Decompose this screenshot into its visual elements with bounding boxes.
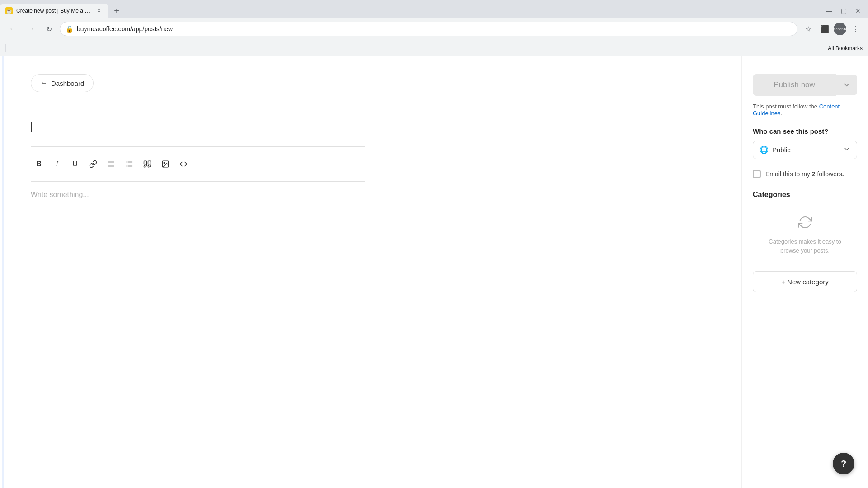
tab-close-button[interactable]: × [95, 7, 103, 15]
toolbar-divider-bottom [31, 181, 365, 182]
globe-icon: 🌐 [760, 145, 769, 154]
main-editor-area: ← Dashboard B I U [4, 56, 741, 488]
tab-bar: ☕ Create new post | Buy Me a Coff × + — … [0, 0, 868, 18]
address-bar[interactable]: 🔒 buymeacoffee.com/app/posts/new [60, 22, 797, 36]
bold-button[interactable]: B [31, 156, 47, 172]
back-button[interactable]: ← [5, 22, 20, 36]
post-title-input[interactable] [31, 119, 365, 137]
forward-button[interactable]: → [24, 22, 38, 36]
tab-favicon: ☕ [5, 7, 13, 14]
profile-avatar[interactable]: Incognito [834, 23, 846, 35]
visibility-option-label: Public [772, 146, 791, 154]
toolbar-divider-top [31, 146, 365, 147]
email-row: Email this to my 2 followers followers.. [753, 170, 857, 178]
followers-count: 2 [812, 170, 816, 178]
email-checkbox[interactable] [753, 170, 761, 178]
image-button[interactable] [157, 156, 174, 172]
tab-bar-controls: — ▢ ✕ [823, 5, 868, 17]
new-category-button[interactable]: + New category [753, 271, 857, 292]
new-tab-button[interactable]: + [110, 5, 123, 17]
categories-title: Categories [753, 191, 857, 199]
close-window-button[interactable]: ✕ [852, 5, 864, 17]
categories-loading-icon [798, 215, 812, 233]
minimize-button[interactable]: — [823, 5, 835, 17]
lock-icon: 🔒 [66, 25, 73, 33]
extensions-icon[interactable]: ⬛ [817, 22, 832, 36]
active-tab[interactable]: ☕ Create new post | Buy Me a Coff × [0, 4, 108, 18]
back-button-label: Dashboard [51, 80, 84, 87]
bookmarks-bar: All Bookmarks [0, 40, 868, 56]
who-can-see-label: Who can see this post? [753, 127, 857, 135]
star-icon[interactable]: ☆ [801, 22, 816, 36]
categories-section: Categories Categories makes it easy to b… [753, 191, 857, 292]
italic-button[interactable]: I [49, 156, 65, 172]
url-text: buymeacoffee.com/app/posts/new [77, 25, 792, 33]
heading-button[interactable] [103, 156, 119, 172]
reload-button[interactable]: ↻ [42, 22, 56, 36]
browser-toolbar: ← → ↻ 🔒 buymeacoffee.com/app/posts/new ☆… [0, 18, 868, 40]
right-panel: Publish now This post must follow the Co… [741, 56, 868, 488]
browser-chrome: ☕ Create new post | Buy Me a Coff × + — … [0, 0, 868, 56]
visibility-select[interactable]: 🌐 Public [753, 141, 857, 159]
publish-row: Publish now [753, 74, 857, 96]
blockquote-button[interactable] [139, 156, 156, 172]
editor-area: B I U [31, 119, 365, 326]
categories-empty-text: Categories makes it easy to browse your … [762, 237, 848, 255]
link-button[interactable] [85, 156, 101, 172]
underline-button[interactable]: U [67, 156, 83, 172]
email-label: Email this to my 2 followers followers.. [765, 170, 844, 178]
visibility-select-left: 🌐 Public [760, 145, 791, 154]
toolbar-right: ☆ ⬛ Incognito ⋮ [801, 22, 863, 36]
help-button[interactable]: ? [833, 453, 854, 474]
write-placeholder: Write something... [31, 191, 89, 198]
back-arrow-icon: ← [40, 79, 47, 87]
restore-button[interactable]: ▢ [837, 5, 850, 17]
bookmarks-separator [5, 44, 6, 52]
svg-point-7 [164, 162, 165, 163]
dashboard-back-button[interactable]: ← Dashboard [31, 74, 94, 92]
content-guidelines-text: This post must follow the Content Guidel… [753, 103, 857, 117]
publish-now-button[interactable]: Publish now [753, 74, 836, 96]
categories-empty-state: Categories makes it easy to browse your … [753, 206, 857, 264]
menu-icon[interactable]: ⋮ [848, 22, 863, 36]
all-bookmarks-label[interactable]: All Bookmarks [828, 45, 863, 52]
list-button[interactable] [121, 156, 137, 172]
tab-title: Create new post | Buy Me a Coff [16, 8, 91, 14]
publish-dropdown-button[interactable] [836, 75, 857, 95]
code-button[interactable] [175, 156, 192, 172]
visibility-chevron-icon [843, 145, 850, 154]
left-sidebar-accent [0, 56, 4, 488]
text-cursor [31, 122, 32, 132]
write-area[interactable]: Write something... [31, 191, 365, 326]
page-content: ← Dashboard B I U [0, 56, 868, 488]
formatting-toolbar: B I U [31, 152, 365, 176]
